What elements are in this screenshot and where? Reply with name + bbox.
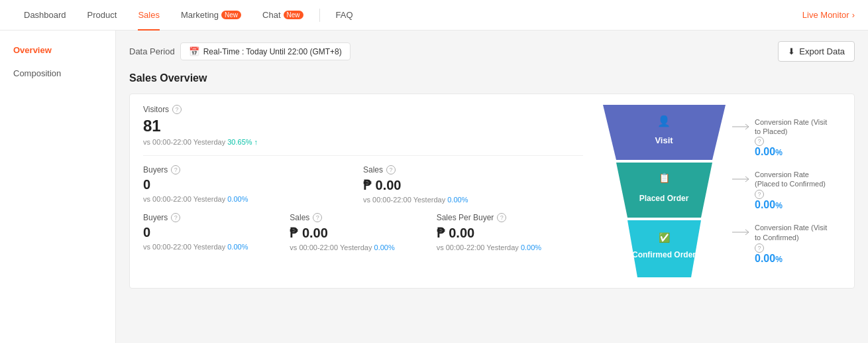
conv-rate-1-container: Conversion Rate (Visit to Placed) ? 0.00… xyxy=(732,117,834,158)
conversion-rates: Conversion Rate (Visit to Placed) ? 0.00… xyxy=(732,105,841,277)
buyers-value-2: 0 xyxy=(143,225,290,240)
data-period-bar: Data Period 📅 Real-Time : Today Until 22… xyxy=(129,41,855,62)
buyers-info-icon-1[interactable]: ? xyxy=(171,165,180,174)
period-badge[interactable]: 📅 Real-Time : Today Until 22:00 (GMT+8) xyxy=(180,42,351,60)
nav-product[interactable]: Product xyxy=(77,0,128,31)
visitors-value: 81 xyxy=(143,117,583,135)
buyers-cell-1: Buyers ? 0 vs 00:00-22:00 Yesterday 0.00… xyxy=(143,165,363,204)
sales-per-buyer-compare: vs 00:00-22:00 Yesterday 0.00% xyxy=(437,243,583,251)
sidebar-item-overview[interactable]: Overview xyxy=(0,38,115,62)
conv-rate-2-value: 0.00% xyxy=(755,199,834,211)
stats-left: Visitors ? 81 vs 00:00-22:00 Yesterday 3… xyxy=(143,105,583,277)
top-navigation: Dashboard Product Sales Marketing New Ch… xyxy=(0,0,868,31)
sales-per-buyer-cell: Sales Per Buyer ? ₱ 0.00 vs 00:00-22:00 … xyxy=(437,213,583,251)
nav-sales[interactable]: Sales xyxy=(127,0,170,31)
sales-info-icon-2[interactable]: ? xyxy=(313,213,322,222)
up-arrow-icon: ↑ xyxy=(254,138,258,146)
funnel-placed-icon: 📋 xyxy=(659,172,671,184)
funnel-section: 👤 Visit 📋 Placed Order ✅ Confirmed Order xyxy=(596,105,841,277)
conv-rate-1-info-wrapper: ? xyxy=(755,137,834,146)
conv-rate-3-label: Conversion Rate (Visit to Confirmed) xyxy=(755,223,834,242)
conv-rate-2-info[interactable]: ? xyxy=(755,190,764,199)
stat-row-1: Buyers ? 0 vs 00:00-22:00 Yesterday 0.00… xyxy=(143,165,583,204)
visitors-label: Visitors ? xyxy=(143,105,583,114)
funnel-confirmed-segment xyxy=(627,220,701,277)
page-layout: Overview Composition Data Period 📅 Real-… xyxy=(0,31,868,343)
sales-value-1: ₱ 0.00 xyxy=(363,177,583,193)
conv-rate-1: Conversion Rate (Visit to Placed) ? 0.00… xyxy=(755,117,834,158)
buyers-label-1: Buyers ? xyxy=(143,165,363,174)
download-icon: ⬇ xyxy=(788,46,795,56)
conv-rate-1-label: Conversion Rate (Visit to Placed) xyxy=(755,117,834,137)
sales-label-1: Sales ? xyxy=(363,165,583,174)
buyers-compare-1: vs 00:00-22:00 Yesterday 0.00% xyxy=(143,195,363,203)
sales-per-buyer-info-icon[interactable]: ? xyxy=(497,213,506,222)
sidebar: Overview Composition xyxy=(0,31,116,343)
funnel-confirmed-icon: ✅ xyxy=(659,232,671,243)
nav-faq[interactable]: FAQ xyxy=(325,0,364,31)
conv-rate-3-info[interactable]: ? xyxy=(755,243,764,253)
conv-rate-2-label: Conversion Rate (Placed to Confirmed) xyxy=(755,170,834,189)
conv-rate-3: Conversion Rate (Visit to Confirmed) ? 0… xyxy=(755,223,834,265)
data-period-label: Data Period 📅 Real-Time : Today Until 22… xyxy=(129,42,351,60)
conv-arrow-3 xyxy=(732,223,752,239)
buyers-info-icon-2[interactable]: ? xyxy=(171,213,180,222)
nav-marketing[interactable]: Marketing New xyxy=(170,0,252,31)
conv-rate-2-container: Conversion Rate (Placed to Confirmed) ? … xyxy=(732,170,834,212)
funnel-svg: 👤 Visit 📋 Placed Order ✅ Confirmed Order xyxy=(596,105,732,277)
chat-badge: New xyxy=(284,11,303,19)
sales-cell-1: Sales ? ₱ 0.00 vs 00:00-22:00 Yesterday … xyxy=(363,165,583,204)
sales-overview-title: Sales Overview xyxy=(129,72,855,84)
conv-arrow-1 xyxy=(732,117,752,133)
sales-compare-1: vs 00:00-22:00 Yesterday 0.00% xyxy=(363,196,583,204)
nav-divider xyxy=(319,9,320,22)
funnel-placed-segment xyxy=(616,163,712,218)
funnel-confirmed-label: Confirmed Order xyxy=(632,250,696,259)
export-data-button[interactable]: ⬇ Export Data xyxy=(778,41,855,62)
sales-compare-2: vs 00:00-22:00 Yesterday 0.00% xyxy=(290,243,436,251)
sales-info-icon-1[interactable]: ? xyxy=(386,165,396,174)
stats-card: Visitors ? 81 vs 00:00-22:00 Yesterday 3… xyxy=(129,94,855,289)
buyers-compare-2: vs 00:00-22:00 Yesterday 0.00% xyxy=(143,243,290,251)
conv-arrow-2 xyxy=(732,170,752,186)
funnel-visit-icon: 👤 xyxy=(657,115,671,127)
chevron-right-icon: › xyxy=(852,10,855,20)
stats-rows: Buyers ? 0 vs 00:00-22:00 Yesterday 0.00… xyxy=(143,165,583,251)
sales-per-buyer-label: Sales Per Buyer ? xyxy=(437,213,583,222)
conv-rate-1-value: 0.00% xyxy=(755,146,834,158)
conv-rate-1-unit: % xyxy=(775,148,783,157)
arrow-svg-2 xyxy=(732,172,752,186)
buyers-cell-2: Buyers ? 0 vs 00:00-22:00 Yesterday 0.00… xyxy=(143,213,290,251)
sales-cell-2: Sales ? ₱ 0.00 vs 00:00-22:00 Yesterday … xyxy=(290,213,436,251)
conv-rate-3-container: Conversion Rate (Visit to Confirmed) ? 0… xyxy=(732,223,834,265)
funnel-visit-segment xyxy=(603,105,726,160)
conv-rate-2: Conversion Rate (Placed to Confirmed) ? … xyxy=(755,170,834,212)
conv-rate-3-value: 0.00% xyxy=(755,253,834,265)
conv-rate-3-unit: % xyxy=(775,255,783,264)
nav-chat[interactable]: Chat New xyxy=(252,0,313,31)
marketing-badge: New xyxy=(221,11,241,19)
visitors-compare: vs 00:00-22:00 Yesterday 30.65% ↑ xyxy=(143,138,583,146)
sales-value-2: ₱ 0.00 xyxy=(290,225,436,241)
conv-rate-2-unit: % xyxy=(775,201,783,210)
funnel-chart: 👤 Visit 📋 Placed Order ✅ Confirmed Order xyxy=(596,105,732,277)
nav-dashboard[interactable]: Dashboard xyxy=(13,0,77,31)
visitors-info-icon[interactable]: ? xyxy=(172,105,182,114)
calendar-icon: 📅 xyxy=(189,46,199,56)
buyers-label-2: Buyers ? xyxy=(143,213,290,222)
arrow-svg-3 xyxy=(732,226,752,239)
live-monitor-button[interactable]: Live Monitor › xyxy=(802,10,855,20)
sidebar-item-composition[interactable]: Composition xyxy=(0,62,115,85)
stat-row-2: Buyers ? 0 vs 00:00-22:00 Yesterday 0.00… xyxy=(143,213,583,251)
arrow-svg-1 xyxy=(732,120,752,133)
main-content: Data Period 📅 Real-Time : Today Until 22… xyxy=(116,31,868,343)
sales-per-buyer-value: ₱ 0.00 xyxy=(437,225,583,241)
buyers-value-1: 0 xyxy=(143,177,363,192)
sales-label-2: Sales ? xyxy=(290,213,436,222)
conv-rate-1-info[interactable]: ? xyxy=(755,137,764,146)
funnel-placed-label: Placed Order xyxy=(639,194,689,203)
visitors-section: Visitors ? 81 vs 00:00-22:00 Yesterday 3… xyxy=(143,105,583,156)
funnel-visit-label: Visit xyxy=(655,135,673,145)
